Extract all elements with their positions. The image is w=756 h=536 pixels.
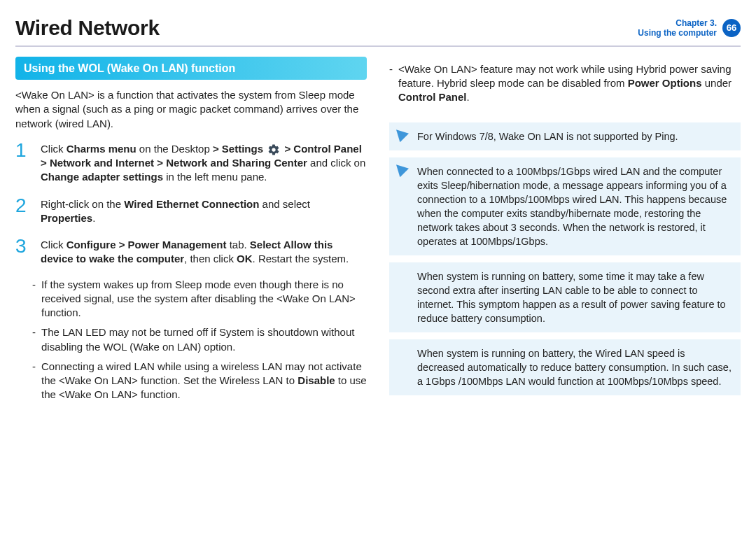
dash-icon: - (32, 325, 36, 354)
step-number: 3 (15, 237, 34, 267)
content-columns: Using the WOL (Wake On LAN) function <Wa… (15, 57, 741, 408)
right-column: - <Wake On LAN> feature may not work whi… (389, 57, 741, 408)
chapter-line2: Using the computer (638, 28, 717, 38)
page-title: Wired Network (15, 14, 160, 43)
sub-bullet: - The LAN LED may not be turned off if S… (32, 325, 367, 354)
page-number-badge: 66 (722, 19, 741, 37)
step-2: 2 Right-click on the Wired Ethernet Conn… (15, 196, 367, 226)
dash-icon: - (32, 278, 36, 320)
note-box: For Windows 7/8, Wake On LAN is not supp… (389, 122, 741, 150)
col2-bullet: - <Wake On LAN> feature may not work whi… (389, 62, 741, 105)
step-body: Right-click on the Wired Ethernet Connec… (41, 196, 367, 226)
settings-gear-icon (267, 143, 280, 156)
page-header: Wired Network Chapter 3. Using the compu… (15, 14, 741, 47)
sub-bullet: - If the system wakes up from Sleep mode… (32, 278, 367, 320)
note-box: When connected to a 100Mbps/1Gbps wired … (389, 157, 741, 255)
chapter-text: Chapter 3. Using the computer (638, 18, 717, 38)
sub-bullet: - Connecting a wired LAN while using a w… (32, 360, 367, 402)
left-column: Using the WOL (Wake On LAN) function <Wa… (15, 57, 367, 408)
dash-icon: - (389, 62, 393, 105)
step-3: 3 Click Configure > Power Management tab… (15, 237, 367, 267)
chapter-line1: Chapter 3. (638, 18, 717, 28)
chapter-block: Chapter 3. Using the computer 66 (638, 18, 741, 38)
step-1: 1 Click Charms menu on the Desktop > Set… (15, 141, 367, 185)
step-number: 2 (15, 196, 34, 226)
step-body: Click Configure > Power Management tab. … (41, 237, 367, 267)
dash-icon: - (32, 360, 36, 402)
note-box: When system is running on battery, some … (389, 262, 741, 332)
step-number: 1 (15, 141, 34, 185)
step-body: Click Charms menu on the Desktop > Setti… (41, 141, 367, 185)
section-heading: Using the WOL (Wake On LAN) function (15, 57, 367, 80)
intro-paragraph: <Wake On LAN> is a function that activat… (15, 88, 367, 131)
note-box: When system is running on battery, the W… (389, 339, 741, 395)
